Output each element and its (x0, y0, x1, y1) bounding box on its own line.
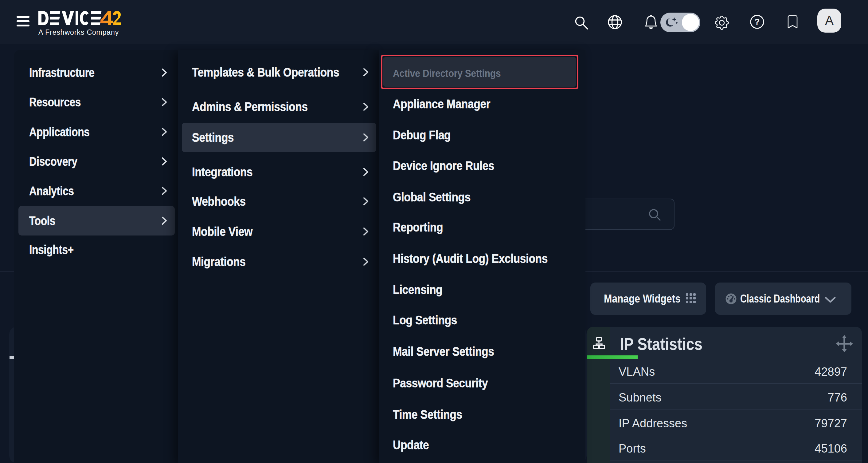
svg-text:?: ? (755, 17, 760, 26)
